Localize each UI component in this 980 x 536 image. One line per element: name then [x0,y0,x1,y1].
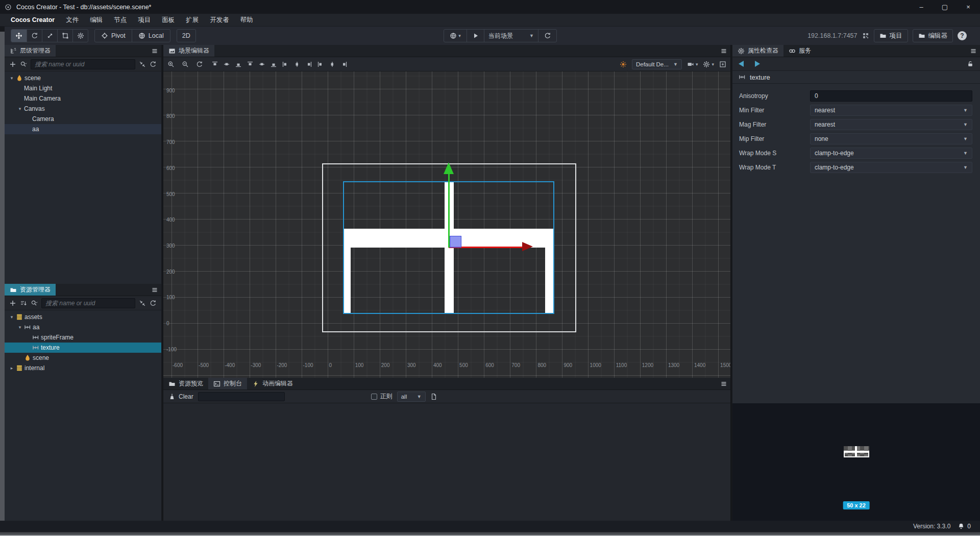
history-back-icon[interactable] [739,61,744,67]
scene-canvas[interactable]: 9008007006005004003002001000-100 -600-50… [163,71,730,378]
scale-tool-button[interactable] [42,30,57,42]
tab-资源预览[interactable]: 资源预览 [163,378,208,389]
align-tool-icon-8[interactable] [305,61,312,68]
refresh-icon[interactable] [150,61,157,68]
scene-select-dropdown[interactable]: 当前场景 ▼ [484,30,538,42]
tree-row-scene[interactable]: ▾scene [5,73,161,83]
help-button[interactable]: ? [958,31,967,40]
add-asset-button[interactable] [9,300,16,307]
align-tool-icon-3[interactable] [247,61,254,68]
tab-动画编辑器[interactable]: 动画编辑器 [247,378,298,389]
tree-row-assets[interactable]: ▾assets [5,312,161,322]
align-tool-icon-7[interactable] [293,61,301,68]
refresh-icon[interactable] [150,300,157,307]
console-filter-input[interactable] [198,392,285,401]
tree-row-Camera[interactable]: Camera [5,114,161,124]
preview-target-button[interactable]: ▾ [444,30,467,42]
camera-settings-button[interactable]: ▾ [687,61,698,68]
wrap-mode-s-select[interactable]: clamp-to-edge▼ [810,148,972,159]
menu-item-项目[interactable]: 项目 [132,14,156,27]
clear-console-button[interactable]: Clear [168,393,193,400]
log-level-dropdown[interactable]: all ▼ [397,392,426,402]
zoom-out-icon[interactable] [182,61,189,68]
add-node-button[interactable] [9,61,16,68]
menu-item-帮助[interactable]: 帮助 [235,14,259,27]
tree-row-Canvas[interactable]: ▾Canvas [5,104,161,114]
scene-settings-button[interactable]: ▾ [703,61,714,68]
tree-row-Main Camera[interactable]: Main Camera [5,93,161,104]
search-filter-button[interactable] [20,61,27,68]
search-filter-button[interactable] [31,300,38,307]
qr-code-icon[interactable] [862,32,869,39]
tree-row-Main Light[interactable]: Main Light [5,83,161,93]
tree-row-internal[interactable]: ▸internal [5,363,161,373]
panel-menu-button[interactable] [148,45,161,57]
tab-服务[interactable]: 服务 [783,45,816,57]
collapse-all-icon[interactable] [139,300,146,307]
tree-row-spriteFrame[interactable]: spriteFrame [5,332,161,343]
2d-mode-button[interactable]: 2D [177,29,196,42]
mag-filter-select[interactable]: nearest▼ [810,119,972,130]
open-project-button[interactable]: 项目 [874,29,908,42]
close-button[interactable]: × [957,0,980,14]
tree-row-scene[interactable]: scene [5,353,161,363]
tree-row-aa[interactable]: aa [5,124,161,134]
lock-icon[interactable] [967,60,974,67]
rect-tool-button[interactable] [57,30,72,42]
align-tool-icon-9[interactable] [317,61,324,68]
align-tool-icon-2[interactable] [235,61,242,68]
align-tool-icon-4[interactable] [258,61,265,68]
menu-item-扩展[interactable]: 扩展 [180,14,204,27]
menu-item-面板[interactable]: 面板 [156,14,180,27]
panel-menu-button[interactable] [148,284,161,296]
display-mode-dropdown[interactable]: Default De... ▼ [632,59,682,69]
x-axis-arrowhead[interactable] [522,242,533,251]
tab-控制台[interactable]: 控制台 [208,378,247,389]
mip-filter-select[interactable]: none▼ [810,133,972,144]
align-tool-icon-11[interactable] [340,61,348,68]
anisotropy-input[interactable] [810,90,972,102]
rotate-tool-button[interactable] [27,30,42,42]
menu-item-开发者[interactable]: 开发者 [204,14,235,27]
align-tool-icon-10[interactable] [329,61,336,68]
grid-frame-icon[interactable] [719,61,726,68]
regex-checkbox[interactable] [371,394,377,400]
tab-assets[interactable]: 资源管理器 [5,284,56,296]
reset-view-icon[interactable] [196,61,203,68]
menu-item-编辑[interactable]: 编辑 [84,14,108,27]
collapse-all-icon[interactable] [139,61,146,68]
move-gizmo-square[interactable] [450,236,461,248]
menu-item-文件[interactable]: 文件 [60,14,84,27]
align-tool-icon-0[interactable] [211,61,218,68]
panel-menu-button[interactable] [717,378,730,389]
expand-arrow-icon[interactable]: ▾ [17,106,23,111]
reload-button[interactable] [538,30,556,42]
maximize-button[interactable]: ▢ [933,0,957,14]
panel-menu-button[interactable] [717,45,730,57]
min-filter-select[interactable]: nearest▼ [810,105,972,116]
panel-menu-button[interactable] [967,45,980,57]
wrap-mode-t-select[interactable]: clamp-to-edge▼ [810,162,972,173]
assets-search-input[interactable] [41,298,135,308]
lighting-toggle-icon[interactable] [620,61,627,68]
y-axis-arrowhead[interactable] [444,162,454,174]
align-tool-icon-5[interactable] [270,61,277,68]
notifications-button[interactable]: 0 [958,523,971,530]
tree-row-texture[interactable]: texture [5,343,161,353]
move-tool-button[interactable] [11,30,27,42]
play-button[interactable] [467,30,484,42]
expand-arrow-icon[interactable]: ▾ [17,325,23,330]
local-toggle-button[interactable]: Local [132,30,170,42]
gizmo-settings-button[interactable] [72,30,88,42]
sort-button[interactable] [20,300,27,307]
tab-属性检查器[interactable]: 属性检查器 [732,45,783,57]
open-editor-button[interactable]: 编辑器 [913,29,953,42]
expand-arrow-icon[interactable]: ▸ [9,366,15,371]
tab-hierarchy[interactable]: 层级管理器 [5,45,56,57]
minimize-button[interactable]: – [910,0,933,14]
tree-row-aa[interactable]: ▾aa [5,322,161,332]
zoom-in-icon[interactable] [167,61,175,68]
tab-scene-editor[interactable]: 场景编辑器 [163,45,214,57]
menu-item-节点[interactable]: 节点 [108,14,132,27]
hierarchy-search-input[interactable] [31,59,135,69]
